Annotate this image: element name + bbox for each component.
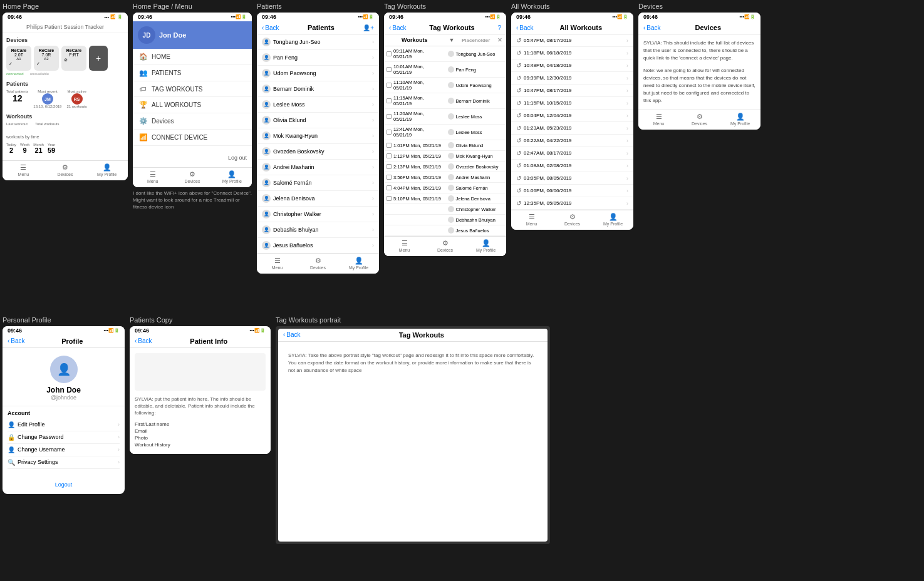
device-card-3[interactable]: ReCare F:RT ⊘ [61,46,86,71]
dev-back-btn[interactable]: ‹ Back [643,24,661,31]
dev-tab-devices[interactable]: ⚙Devices [679,113,720,126]
account-change-password[interactable]: 🔒 Change Password › [8,431,120,444]
workout-list-item[interactable]: ↺09:39PM, 12/30/2019› [511,72,633,85]
aw-back-btn[interactable]: ‹ Back [516,24,534,31]
aw-tab-profile[interactable]: 👤My Profile [593,213,633,226]
patients-menu-icon: 👥 [139,69,148,77]
filter-icon[interactable]: ▼ [449,37,455,43]
tw-row[interactable]: 10:01AM Mon, 05/21/19Pan Feng [384,62,506,78]
list-item[interactable]: 👤Olivia Eklund› [257,113,379,128]
home-status-icons: ▪▪▪📶🔋 [105,14,123,19]
tw-tab-profile[interactable]: 👤My Profile [465,239,506,252]
dev-tab-menu[interactable]: ☰Menu [638,113,679,126]
filter-placeholder: Placeholder [457,38,495,43]
tw-nav-bar: ‹ Back Tag Workouts ? [384,21,506,34]
patients-tab-profile[interactable]: 👤My Profile [338,257,379,270]
list-item[interactable]: 👤Leslee Moss› [257,97,379,113]
device-card-2[interactable]: ReCare 7.0R A2 ✓ [34,46,59,71]
workout-list-item[interactable]: ↺03:05PM, 08/05/2019› [511,172,633,185]
device-card-1[interactable]: ReCare 2.0T A1 ✓ [6,46,31,71]
tw-row[interactable]: 09:11AM Mon, 05/21/19Tongbang Jun-Seo [384,46,506,62]
menu-tab-profile[interactable]: 👤 My Profile [212,170,252,183]
tab-menu[interactable]: ☰ Menu [3,163,44,177]
list-item[interactable]: 👤Gvozden Boskovsky› [257,144,379,160]
workout-list-item[interactable]: ↺01:23AM, 05/23/2019› [511,122,633,135]
pc-back-btn[interactable]: ‹ Back [135,337,152,344]
tw-row[interactable]: 11:20AM Mon, 05/21/19Leslee Moss [384,109,506,125]
list-item[interactable]: 👤Salomé Fernán› [257,175,379,191]
menu-item-patients[interactable]: 👥 PATIENTS [133,65,252,81]
workout-list-item[interactable]: ↺11:18PM, 06/18/2019› [511,47,633,59]
tw-row[interactable]: 3:56PM Mon, 05/21/19Andrei Masharin [384,172,506,183]
week-value: 9 [20,147,29,154]
tw-row[interactable]: 11:15AM Mon, 05/21/19Bernarr Dominik [384,93,506,109]
menu-tab-devices[interactable]: ⚙ Devices [172,170,212,183]
account-privacy[interactable]: 🔍 Privacy Settings › [8,456,120,469]
list-item[interactable]: 👤Pan Feng› [257,50,379,66]
menu-item-home[interactable]: 🏠 HOME [133,49,252,65]
dev-tab-bar: ☰Menu ⚙Devices 👤My Profile [638,110,760,130]
list-item[interactable]: 👤Mok Kwang-Hyun› [257,128,379,144]
workout-list-item[interactable]: ↺01:08AM, 02/08/2019› [511,160,633,172]
menu-item-devices[interactable]: ⚙️ Devices [133,113,252,130]
profile-avatar[interactable]: 👤 [50,356,78,383]
tw-row[interactable]: 5:10PM Mon, 05/21/19Jelena Denisova [384,193,506,204]
aw-tab-menu[interactable]: ☰Menu [511,213,552,226]
tw-tab-menu[interactable]: ☰Menu [384,239,425,252]
home-page-label: Home Page [3,3,128,10]
tw-row[interactable]: 11:10AM Mon, 05/21/19Udom Paowsong [384,78,506,93]
workout-list-item[interactable]: ↺10:47PM, 08/17/2019› [511,85,633,97]
list-item[interactable]: 👤Jesus Bañuelos› [257,238,379,254]
tw-row[interactable]: 2:13PM Mon, 05/21/19Gvozden Boskovsky [384,162,506,172]
workout-list-item[interactable]: ↺05:47PM, 08/17/2019› [511,34,633,47]
menu-logout[interactable]: Log out [228,155,247,161]
tw-back-btn[interactable]: ‹ Back [389,24,407,31]
list-item[interactable]: 👤Christopher Walker› [257,207,379,222]
workout-list-item[interactable]: ↺06:04PM, 12/04/2019› [511,110,633,122]
profile-logout-btn[interactable]: Logout [55,481,73,488]
prof-back-btn[interactable]: ‹ Back [8,337,25,344]
tw-row[interactable]: 1:12PM Mon, 05/21/19Mok Kwang-Hyun [384,151,506,162]
list-item[interactable]: 👤Andrei Masharin› [257,160,379,175]
workout-list-item[interactable]: ↺10:48PM, 04/18/2019› [511,59,633,72]
tw-row[interactable]: 1:01PM Mon, 05/21/19Olivia Eklund [384,140,506,151]
tw-help-btn[interactable]: ? [497,24,501,31]
tab-devices[interactable]: ⚙ Devices [44,163,86,177]
account-edit-profile[interactable]: 👤 Edit Profile › [8,419,120,431]
workout-list-item[interactable]: ↺01:06PM, 06/06/2019› [511,185,633,197]
most-recent-avatar[interactable]: JM [42,93,53,105]
prof-status-bar: 09:46 ▪▪▪📶🔋 [3,326,125,335]
list-item[interactable]: 👤Tongbang Jun-Seo› [257,34,379,50]
tw-row[interactable]: 12:41AM Mon, 05/21/19Leslee Moss [384,125,506,140]
aw-tab-devices[interactable]: ⚙Devices [552,213,593,226]
filter-clear-icon[interactable]: ✕ [497,37,502,43]
menu-item-all-workouts[interactable]: 🏆 ALL WORKOUTS [133,97,252,113]
most-active-workouts: 21 workouts [66,105,86,108]
patient-avatar: 👤 [262,178,271,187]
patients-back-btn[interactable]: ‹ Back [262,24,279,31]
account-change-username[interactable]: 👤 Change Username › [8,444,120,456]
list-item[interactable]: 👤Debashis Bhuiyan› [257,222,379,238]
tw-tab-devices[interactable]: ⚙Devices [425,239,465,252]
menu-item-connect[interactable]: 📶 CONNECT DEVICE [133,130,252,146]
workout-list-item[interactable]: ↺02:47AM, 08/17/2019› [511,147,633,160]
dev-tab-profile[interactable]: 👤My Profile [720,113,760,126]
tw-row[interactable]: 4:04PM Mon, 05/21/19Salomé Fernán [384,183,506,193]
menu-item-tag-workouts[interactable]: 🏷 TAG WORKOUTS [133,81,252,97]
menu-tab-menu[interactable]: ☰ Menu [133,170,172,183]
list-item[interactable]: 👤Bernarr Dominik› [257,81,379,97]
patients-tab-menu[interactable]: ☰Menu [257,257,298,270]
tw-checkbox[interactable] [387,51,392,56]
most-active-avatar[interactable]: RS [71,93,83,105]
devices-note-content: SYLVIA: This should include the full lis… [638,34,760,110]
tw-portrait-back-btn[interactable]: ‹ Back [283,331,301,338]
list-item[interactable]: 👤Jelena Denisova› [257,191,379,207]
workout-list-item[interactable]: ↺12:35PM, 05/05/2019› [511,197,633,210]
tab-profile[interactable]: 👤 My Profile [86,163,128,177]
add-device-card[interactable]: + [89,46,108,71]
patients-add-btn[interactable]: 👤+ [363,24,374,31]
workout-list-item[interactable]: ↺06:22AM, 04/22/2019› [511,135,633,147]
list-item[interactable]: 👤Udom Paowsong› [257,66,379,81]
workout-list-item[interactable]: ↺11:15PM, 10/15/2019› [511,97,633,110]
patients-tab-devices[interactable]: ⚙Devices [298,257,338,270]
